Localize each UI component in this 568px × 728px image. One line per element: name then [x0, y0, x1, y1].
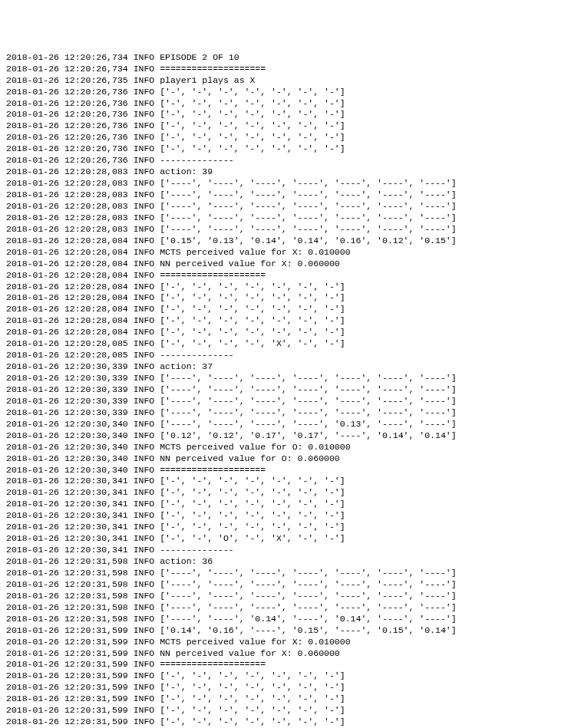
log-line: 2018-01-26 12:20:26,736 INFO ['-', '-', … [6, 132, 562, 143]
log-line: 2018-01-26 12:20:30,341 INFO ['-', '-', … [6, 522, 562, 533]
log-line: 2018-01-26 12:20:30,339 INFO ['----', '-… [6, 373, 562, 384]
log-line: 2018-01-26 12:20:26,734 INFO EPISODE 2 O… [6, 52, 562, 64]
log-line: 2018-01-26 12:20:30,341 INFO ['-', '-', … [6, 499, 562, 510]
log-line: 2018-01-26 12:20:26,736 INFO -----------… [6, 155, 562, 166]
log-line: 2018-01-26 12:20:30,341 INFO ['-', '-', … [6, 533, 562, 545]
log-line: 2018-01-26 12:20:26,736 INFO ['-', '-', … [6, 120, 562, 132]
log-line: 2018-01-26 12:20:30,341 INFO ['-', '-', … [6, 487, 562, 499]
log-line: 2018-01-26 12:20:30,341 INFO -----------… [6, 545, 562, 556]
log-line: 2018-01-26 12:20:28,085 INFO -----------… [6, 350, 562, 361]
log-line: 2018-01-26 12:20:30,341 INFO ['-', '-', … [6, 476, 562, 487]
log-line: 2018-01-26 12:20:31,599 INFO ===========… [6, 659, 562, 670]
log-line: 2018-01-26 12:20:28,083 INFO action: 39 [6, 166, 562, 178]
log-line: 2018-01-26 12:20:28,083 INFO ['----', '-… [6, 178, 562, 189]
log-line: 2018-01-26 12:20:28,084 INFO ['0.15', '0… [6, 236, 562, 247]
log-line: 2018-01-26 12:20:30,339 INFO action: 37 [6, 361, 562, 373]
log-line: 2018-01-26 12:20:28,083 INFO ['----', '-… [6, 212, 562, 224]
log-line: 2018-01-26 12:20:26,735 INFO player1 pla… [6, 75, 562, 87]
log-output: 2018-01-26 12:20:26,734 INFO EPISODE 2 O… [6, 52, 562, 728]
log-line: 2018-01-26 12:20:31,599 INFO ['-', '-', … [6, 670, 562, 682]
log-line: 2018-01-26 12:20:30,340 INFO ['0.12', '0… [6, 430, 562, 442]
log-line: 2018-01-26 12:20:31,599 INFO ['-', '-', … [6, 716, 562, 728]
log-line: 2018-01-26 12:20:30,340 INFO ['----', '-… [6, 419, 562, 430]
log-line: 2018-01-26 12:20:26,736 INFO ['-', '-', … [6, 143, 562, 155]
log-line: 2018-01-26 12:20:31,598 INFO ['----', '-… [6, 591, 562, 602]
log-line: 2018-01-26 12:20:30,340 INFO MCTS percei… [6, 442, 562, 453]
log-line: 2018-01-26 12:20:31,598 INFO ['----', '-… [6, 579, 562, 591]
log-line: 2018-01-26 12:20:28,084 INFO ['-', '-', … [6, 292, 562, 304]
log-line: 2018-01-26 12:20:26,736 INFO ['-', '-', … [6, 87, 562, 98]
log-line: 2018-01-26 12:20:31,599 INFO ['0.14', '0… [6, 625, 562, 637]
log-line: 2018-01-26 12:20:31,598 INFO ['----', '-… [6, 602, 562, 614]
log-line: 2018-01-26 12:20:31,599 INFO ['-', '-', … [6, 682, 562, 693]
log-line: 2018-01-26 12:20:28,085 INFO ['-', '-', … [6, 338, 562, 350]
log-line: 2018-01-26 12:20:31,599 INFO ['-', '-', … [6, 693, 562, 705]
log-line: 2018-01-26 12:20:30,340 INFO ===========… [6, 465, 562, 476]
log-line: 2018-01-26 12:20:28,084 INFO NN perceive… [6, 259, 562, 270]
log-line: 2018-01-26 12:20:28,083 INFO ['----', '-… [6, 201, 562, 212]
log-line: 2018-01-26 12:20:30,340 INFO NN perceive… [6, 453, 562, 465]
log-line: 2018-01-26 12:20:28,084 INFO ['-', '-', … [6, 304, 562, 315]
log-line: 2018-01-26 12:20:31,598 INFO ['----', '-… [6, 614, 562, 625]
log-line: 2018-01-26 12:20:28,083 INFO ['----', '-… [6, 224, 562, 236]
log-line: 2018-01-26 12:20:31,598 INFO action: 36 [6, 556, 562, 568]
log-line: 2018-01-26 12:20:31,598 INFO ['----', '-… [6, 568, 562, 579]
log-line: 2018-01-26 12:20:30,339 INFO ['----', '-… [6, 407, 562, 419]
log-line: 2018-01-26 12:20:28,084 INFO ['-', '-', … [6, 327, 562, 338]
log-line: 2018-01-26 12:20:31,599 INFO MCTS percei… [6, 637, 562, 648]
log-line: 2018-01-26 12:20:30,339 INFO ['----', '-… [6, 384, 562, 396]
log-line: 2018-01-26 12:20:26,736 INFO ['-', '-', … [6, 109, 562, 120]
log-line: 2018-01-26 12:20:26,736 INFO ['-', '-', … [6, 98, 562, 110]
log-line: 2018-01-26 12:20:31,599 INFO ['-', '-', … [6, 705, 562, 716]
log-line: 2018-01-26 12:20:30,341 INFO ['-', '-', … [6, 510, 562, 522]
log-line: 2018-01-26 12:20:28,084 INFO ['-', '-', … [6, 282, 562, 293]
log-line: 2018-01-26 12:20:26,734 INFO ===========… [6, 64, 562, 75]
log-line: 2018-01-26 12:20:28,084 INFO ['-', '-', … [6, 315, 562, 327]
log-line: 2018-01-26 12:20:28,083 INFO ['----', '-… [6, 189, 562, 201]
log-line: 2018-01-26 12:20:31,599 INFO NN perceive… [6, 648, 562, 660]
log-line: 2018-01-26 12:20:28,084 INFO ===========… [6, 270, 562, 282]
log-line: 2018-01-26 12:20:28,084 INFO MCTS percei… [6, 247, 562, 259]
log-line: 2018-01-26 12:20:30,339 INFO ['----', '-… [6, 396, 562, 407]
